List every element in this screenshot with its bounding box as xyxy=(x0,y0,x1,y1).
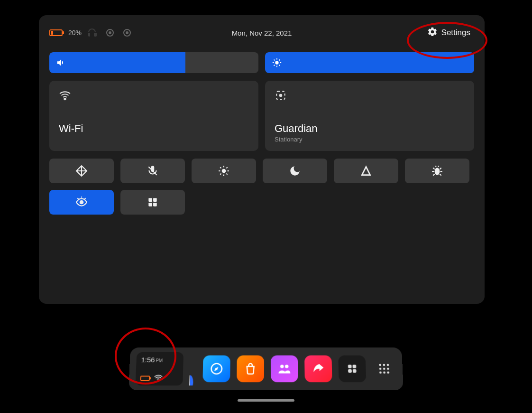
guardian-tile[interactable]: Guardian Stationary xyxy=(265,81,474,151)
svg-rect-40 xyxy=(353,365,357,368)
home-indicator[interactable] xyxy=(238,399,294,402)
svg-point-15 xyxy=(280,94,282,96)
toggle-grid xyxy=(49,159,474,215)
svg-point-47 xyxy=(383,367,385,370)
svg-point-48 xyxy=(387,367,389,370)
battery-icon xyxy=(49,29,63,36)
svg-line-23 xyxy=(226,173,227,174)
brightness-icon xyxy=(272,57,282,68)
bug-report-toggle[interactable] xyxy=(405,159,469,183)
svg-line-22 xyxy=(220,167,221,168)
wifi-tile[interactable]: Wi-Fi xyxy=(49,81,258,151)
dock-clock-tile[interactable]: 1:56PM xyxy=(135,352,183,385)
svg-point-26 xyxy=(435,168,440,175)
controller-left-icon xyxy=(104,27,116,38)
svg-point-44 xyxy=(383,364,385,366)
svg-line-29 xyxy=(77,198,78,199)
svg-line-30 xyxy=(85,198,86,199)
svg-line-24 xyxy=(220,173,221,174)
svg-rect-41 xyxy=(348,369,352,373)
svg-rect-32 xyxy=(153,198,157,202)
svg-point-4 xyxy=(275,61,278,64)
dock-share-app[interactable] xyxy=(304,356,332,383)
svg-point-27 xyxy=(80,201,83,204)
guardian-subtitle: Stationary xyxy=(275,136,465,143)
passthrough-toggle[interactable] xyxy=(334,159,398,183)
wifi-icon xyxy=(154,374,164,383)
headset-icon xyxy=(87,27,99,38)
svg-point-51 xyxy=(387,371,389,374)
quick-settings-panel: 20% Mon, Nov 22, 2021 Settings xyxy=(39,15,485,304)
svg-rect-34 xyxy=(153,203,157,206)
svg-line-11 xyxy=(274,65,275,66)
battery-percent: 20% xyxy=(68,29,82,37)
guardian-title: Guardian xyxy=(275,122,465,135)
eye-tracking-toggle[interactable] xyxy=(49,190,114,215)
dock-avatar-partial[interactable] xyxy=(189,352,197,385)
svg-point-13 xyxy=(64,98,65,100)
svg-point-3 xyxy=(126,32,128,34)
svg-point-38 xyxy=(285,365,288,368)
svg-rect-33 xyxy=(148,203,152,206)
svg-point-1 xyxy=(109,32,111,34)
wifi-icon xyxy=(59,89,249,103)
volume-icon xyxy=(56,57,66,68)
mic-mute-toggle[interactable] xyxy=(120,159,185,183)
svg-line-25 xyxy=(226,167,227,168)
guardian-icon xyxy=(275,89,465,103)
svg-point-49 xyxy=(379,371,382,374)
wifi-title: Wi-Fi xyxy=(59,122,249,135)
dock-store-app[interactable] xyxy=(237,356,264,383)
header-left-status: 20% xyxy=(49,27,133,38)
svg-rect-39 xyxy=(348,365,352,368)
volume-slider[interactable] xyxy=(49,52,258,73)
battery-icon xyxy=(140,375,150,381)
svg-line-9 xyxy=(274,59,275,60)
night-mode-toggle[interactable] xyxy=(263,159,327,183)
panel-header: 20% Mon, Nov 22, 2021 Settings xyxy=(49,26,474,40)
svg-rect-31 xyxy=(148,198,152,202)
svg-point-37 xyxy=(280,365,284,368)
settings-button[interactable]: Settings xyxy=(423,25,474,41)
gear-icon xyxy=(427,27,438,39)
display-brightness-toggle[interactable] xyxy=(192,159,256,183)
tile-row: Wi-Fi Guardian Stationary xyxy=(49,81,474,151)
svg-point-43 xyxy=(379,364,381,366)
svg-line-12 xyxy=(279,59,280,60)
svg-point-50 xyxy=(383,371,385,374)
svg-point-46 xyxy=(379,367,382,370)
svg-rect-42 xyxy=(353,369,357,373)
dock-all-apps-button[interactable] xyxy=(372,356,396,383)
dock-status-row xyxy=(140,374,178,383)
recenter-toggle[interactable] xyxy=(49,159,114,183)
dock-explore-app[interactable] xyxy=(202,356,230,383)
svg-line-10 xyxy=(279,65,280,66)
svg-point-35 xyxy=(157,380,159,381)
dock: 1:56PM xyxy=(128,347,404,390)
svg-point-17 xyxy=(222,169,226,173)
dock-library-button[interactable] xyxy=(338,356,366,383)
dock-people-app[interactable] xyxy=(271,356,298,383)
slider-row xyxy=(49,52,474,73)
brightness-slider[interactable] xyxy=(265,52,474,73)
controller-right-icon xyxy=(121,27,133,38)
settings-label: Settings xyxy=(441,28,470,38)
dock-time: 1:56PM xyxy=(141,356,179,364)
svg-point-45 xyxy=(387,364,389,366)
grid-view-toggle[interactable] xyxy=(120,190,185,215)
